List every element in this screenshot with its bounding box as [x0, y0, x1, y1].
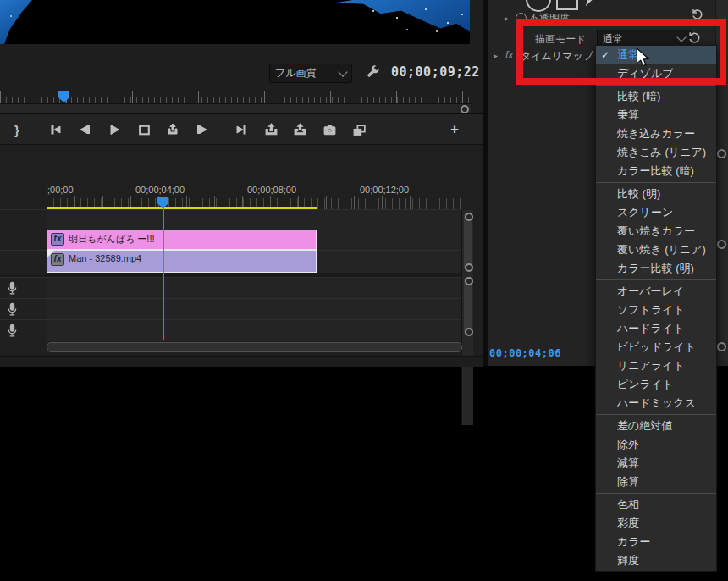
voiceover-record-button[interactable] [6, 324, 19, 338]
go-to-in-button[interactable] [46, 120, 66, 139]
ellipse-tool-icon[interactable] [526, 0, 551, 12]
blend-mode-option[interactable]: リニアライト [596, 357, 716, 375]
blend-mode-option[interactable]: 比較 (暗) [596, 87, 716, 106]
blend-mode-option[interactable]: ソフトライト [596, 301, 716, 319]
timeline-clip-video[interactable]: fx Man - 32589.mp4 [47, 250, 317, 273]
night-sky-right [337, 0, 470, 41]
blend-mode-option-label: 輝度 [617, 554, 639, 567]
menu-separator [596, 493, 716, 494]
blend-mode-option[interactable]: カラー比較 (暗) [596, 162, 716, 180]
timeline-vertical-scrollbar[interactable] [461, 210, 473, 425]
blend-mode-option[interactable]: 彩度 [596, 514, 716, 533]
video-track-v3[interactable] [47, 209, 461, 230]
audio-track-header-a1[interactable] [0, 277, 47, 299]
audio-track-a3[interactable] [47, 319, 461, 341]
timeline-horizontal-scrollbar[interactable] [47, 342, 462, 352]
blend-mode-option[interactable]: 除外 [596, 435, 716, 454]
voiceover-record-button[interactable] [6, 281, 19, 296]
blend-mode-option-label: 乗算 [617, 108, 639, 121]
step-back-button[interactable] [74, 120, 95, 139]
panel-divider[interactable] [483, 0, 488, 366]
playhead-line [163, 208, 164, 340]
go-to-out-button[interactable] [231, 120, 251, 139]
settings-wrench-button[interactable] [365, 64, 380, 80]
video-scroll-thumb[interactable] [464, 213, 472, 270]
blend-mode-option[interactable]: 焼き込みカラー [596, 125, 716, 143]
clip-label: Man - 32589.mp4 [69, 253, 141, 263]
scroll-handle[interactable] [717, 149, 726, 158]
rectangle-tool-icon[interactable] [556, 0, 578, 10]
audio-scroll-thumb[interactable] [464, 277, 472, 335]
blend-mode-option[interactable]: スクリーン [596, 203, 716, 222]
blend-mode-option[interactable]: 減算 [596, 454, 716, 473]
playback-quality-value: フル画質 [275, 66, 317, 80]
audio-track-a2[interactable] [47, 298, 461, 320]
button-editor-button[interactable]: + [444, 120, 465, 139]
mark-out-button[interactable]: } [7, 120, 27, 139]
time-remap-expand-chevron[interactable]: ▸ [494, 51, 498, 60]
timeline-clip-text[interactable]: fx 明日もがんばろ ー!!! [47, 230, 317, 250]
export-icon [166, 123, 179, 136]
fx-toggle[interactable]: fx [505, 49, 513, 61]
monitor-scrollbar[interactable] [0, 103, 471, 113]
blend-mode-option[interactable]: 除算 [596, 473, 716, 491]
scrollbar-handle[interactable] [461, 105, 469, 113]
blend-mode-option[interactable]: ハードライト [596, 319, 716, 338]
export-frame-button[interactable] [319, 120, 339, 139]
scroll-handle[interactable] [465, 328, 473, 336]
menu-separator [596, 182, 716, 183]
night-sky-left [0, 0, 37, 44]
scroll-handle[interactable] [717, 240, 726, 249]
opacity-expand-chevron[interactable]: ▸ [505, 14, 509, 23]
pen-tool-icon[interactable] [583, 0, 600, 8]
premiere-pro-window: フル画質 00;00;09;22 } [0, 0, 728, 581]
blend-mode-option-label: オーバーレイ [617, 285, 684, 297]
blend-mode-option[interactable]: ビビッドライト [596, 338, 716, 357]
blend-mode-option[interactable]: 覆い焼き (リニア) [596, 241, 716, 259]
blend-mode-option[interactable]: 差の絶対値 [596, 417, 716, 435]
play-button[interactable] [104, 120, 124, 139]
comparison-view-button[interactable] [349, 120, 369, 139]
blend-mode-option[interactable]: カラー [596, 533, 716, 551]
blend-mode-option-label: 覆い焼きカラー [617, 224, 695, 237]
stars [372, 10, 374, 12]
ruler-label: 00;00;12;00 [360, 185, 409, 195]
blend-mode-option[interactable]: 乗算 [596, 106, 716, 125]
blend-mode-option[interactable]: 比較 (明) [596, 185, 716, 203]
wrench-icon [365, 64, 380, 80]
scroll-handle[interactable] [465, 277, 473, 285]
video-track-header-v2[interactable] [0, 230, 47, 251]
blend-mode-option[interactable]: ハードミックス [596, 394, 716, 412]
go-to-in-icon [49, 123, 63, 136]
audio-track-header-a2[interactable] [0, 298, 47, 320]
step-forward-button[interactable] [192, 120, 212, 139]
blend-mode-option[interactable]: 色相 [596, 495, 716, 514]
clip-corner-notch [47, 251, 54, 257]
blend-mode-option-label: カラー [617, 535, 651, 548]
export-button[interactable] [163, 120, 183, 139]
blend-mode-option[interactable]: カラー比較 (明) [596, 259, 716, 278]
blend-mode-option[interactable]: 覆い焼きカラー [596, 222, 716, 241]
video-track-header-v1[interactable] [0, 250, 47, 274]
extract-button[interactable] [290, 120, 310, 139]
scroll-handle[interactable] [465, 263, 473, 272]
blend-mode-option-label: ソフトライト [617, 303, 685, 316]
loop-icon [137, 123, 152, 137]
fx-badge: fx [51, 233, 64, 246]
video-track-header-v3[interactable] [0, 209, 47, 230]
blend-mode-option-label: ハードミックス [617, 396, 696, 409]
blend-mode-option[interactable]: ピンライト [596, 375, 716, 394]
audio-track-header-a3[interactable] [0, 319, 47, 341]
voiceover-record-button[interactable] [6, 302, 19, 317]
loop-button[interactable] [134, 120, 154, 139]
blend-mode-option[interactable]: 輝度 [596, 551, 716, 570]
scroll-handle[interactable] [717, 342, 726, 351]
blend-mode-option[interactable]: 焼きこみ (リニア) [596, 143, 716, 162]
menu-separator [596, 85, 716, 86]
audio-track-a1[interactable] [47, 277, 461, 299]
blend-mode-option[interactable]: オーバーレイ [596, 282, 716, 301]
effect-controls-timecode[interactable]: 00;00;04;06 [489, 347, 561, 359]
scroll-handle[interactable] [465, 213, 473, 221]
lift-button[interactable] [261, 120, 281, 139]
playback-quality-select[interactable]: フル画質 [269, 64, 352, 83]
